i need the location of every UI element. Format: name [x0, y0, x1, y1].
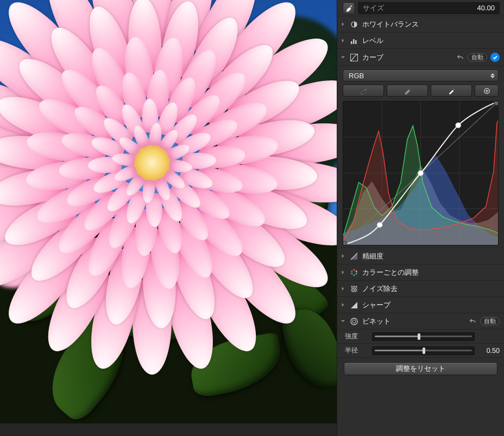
chevron-right-icon: [339, 21, 346, 28]
panel-sharpen[interactable]: シャープ: [337, 297, 504, 313]
svg-point-22: [356, 273, 357, 274]
noise-icon: [349, 284, 359, 294]
svg-rect-2: [351, 41, 352, 44]
strength-slider[interactable]: [372, 332, 475, 341]
svg-point-24: [351, 273, 353, 274]
svg-rect-33: [354, 289, 355, 290]
white-point-picker[interactable]: [431, 85, 472, 97]
stepper-icon: [490, 73, 495, 78]
svg-point-20: [354, 269, 355, 271]
chevron-right-icon: [339, 286, 346, 292]
undo-icon[interactable]: [456, 53, 464, 62]
undo-icon[interactable]: [468, 317, 477, 326]
panel-vignette[interactable]: ビネット 自動: [337, 313, 504, 330]
radius-slider[interactable]: [372, 346, 475, 355]
panel-curves[interactable]: カーブ 自動: [337, 49, 504, 66]
auto-button[interactable]: 自動: [468, 53, 487, 61]
panel-noise-reduction[interactable]: ノイズ除去: [337, 281, 504, 297]
panel-definition[interactable]: 精細度: [337, 248, 504, 264]
brush-size-field[interactable]: サイズ 40.00: [358, 2, 500, 14]
svg-rect-29: [356, 286, 357, 287]
chevron-right-icon: [339, 253, 346, 260]
svg-rect-3: [353, 39, 355, 44]
channel-select[interactable]: RGB: [343, 69, 499, 81]
svg-rect-35: [352, 291, 354, 292]
curves-graph[interactable]: [343, 101, 499, 245]
radius-label: 半径: [345, 346, 368, 355]
chevron-right-icon: [339, 302, 346, 308]
reset-label: 調整をリセット: [396, 364, 445, 374]
panel-white-balance[interactable]: ホワイトバランス: [337, 16, 504, 33]
white-balance-icon: [349, 20, 359, 29]
svg-rect-30: [352, 288, 354, 289]
definition-icon: [349, 251, 359, 261]
retouch-tool-button[interactable]: [343, 2, 355, 14]
channel-value: RGB: [349, 72, 364, 80]
definition-label: 精細度: [362, 251, 500, 261]
panel-enabled-check[interactable]: [490, 53, 500, 62]
chevron-down-icon: [339, 54, 346, 61]
svg-rect-4: [355, 40, 357, 44]
svg-rect-31: [355, 288, 356, 289]
selective-color-label: カラーごとの調整: [362, 268, 500, 277]
panel-selective-color[interactable]: カラーごとの調整: [337, 264, 504, 281]
curves-label: カーブ: [362, 53, 452, 62]
sharpen-icon: [349, 300, 359, 310]
svg-rect-32: [351, 289, 352, 290]
svg-point-17: [456, 123, 461, 128]
sharpen-label: シャープ: [362, 300, 500, 310]
svg-point-15: [377, 222, 382, 228]
svg-point-21: [356, 270, 357, 272]
noise-label: ノイズ除去: [362, 284, 500, 294]
vignette-strength-row: 強度: [337, 330, 504, 344]
auto-button[interactable]: 自動: [480, 317, 500, 325]
svg-rect-34: [356, 289, 357, 290]
reset-adjustments-button[interactable]: 調整をリセット: [344, 362, 497, 375]
svg-point-23: [354, 274, 355, 276]
svg-point-25: [351, 270, 353, 272]
image-canvas[interactable]: [0, 0, 337, 424]
panel-levels[interactable]: レベル: [337, 33, 504, 49]
radius-value: 0.50: [479, 347, 500, 355]
levels-icon: [349, 36, 359, 46]
vignette-label: ビネット: [362, 317, 465, 326]
svg-point-16: [418, 170, 423, 176]
brush-size-label: サイズ: [363, 3, 384, 13]
vignette-radius-row: 半径 0.50: [337, 344, 504, 358]
white-balance-label: ホワイトバランス: [362, 20, 500, 29]
chevron-right-icon: [339, 269, 346, 276]
retouch-size-row: サイズ 40.00: [337, 0, 504, 16]
curves-icon: [349, 53, 359, 62]
black-point-picker[interactable]: [343, 85, 384, 97]
brush-size-value: 40.00: [477, 4, 495, 12]
levels-label: レベル: [362, 36, 500, 46]
svg-rect-28: [354, 286, 355, 287]
chevron-right-icon: [339, 37, 346, 44]
svg-point-37: [351, 318, 357, 325]
svg-rect-36: [355, 291, 356, 292]
vignette-icon: [349, 317, 359, 326]
gray-point-picker[interactable]: [387, 85, 428, 97]
curves-body: RGB: [337, 66, 504, 248]
svg-rect-27: [351, 286, 352, 287]
strength-label: 強度: [345, 332, 368, 341]
add-point-button[interactable]: [475, 85, 499, 97]
adjustments-sidebar: サイズ 40.00 ホワイトバランス レベル カーブ 自動 RGB: [337, 0, 504, 436]
svg-point-38: [352, 320, 356, 323]
color-wheel-icon: [349, 268, 359, 277]
chevron-down-icon: [339, 318, 346, 325]
svg-point-0: [350, 5, 351, 7]
